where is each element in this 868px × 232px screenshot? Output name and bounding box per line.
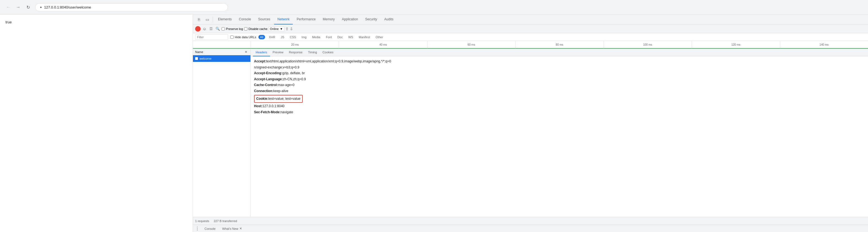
header-value-host: 127.0.0.1:8040 [262,103,285,109]
bottom-tabs: ⋮ Console What's New ✕ [193,225,868,232]
lock-icon: ● [40,5,42,9]
header-name-accept-encoding: Accept-Encoding: [254,70,282,76]
ruler-mark-2: 40 ms [339,41,427,48]
tab-network[interactable]: Network [274,14,293,25]
filter-font[interactable]: Font [324,35,334,39]
tab-security[interactable]: Security [362,14,380,25]
filter-manifest[interactable]: Manifest [357,35,372,39]
filter-css[interactable]: CSS [288,35,298,39]
close-details-button[interactable]: ✕ [244,50,248,54]
bottom-tab-whats-new[interactable]: What's New ✕ [219,225,244,232]
cookie-header-highlighted: Cookie: test=value; test=value [254,95,303,103]
header-value-accept-cont: n/signed-exchange;v=b3;q=0.9 [254,65,300,71]
close-whats-new-icon[interactable]: ✕ [240,227,242,230]
detail-tab-headers[interactable]: Headers [253,48,270,56]
import-export-buttons: ⇧ ⇩ [285,27,293,31]
header-line-accept-encoding: Accept-Encoding: gzip, deflate, br [254,70,865,76]
bottom-tab-console[interactable]: Console [202,225,218,232]
header-line-connection: Connection: keep-alive [254,88,865,94]
address-bar[interactable]: ● 127.0.0.1:8040/user/welcome [35,3,228,11]
header-line-cookie: Cookie: test=value; test=value [254,95,865,103]
clear-button[interactable]: ⎉ [202,26,207,32]
hide-data-urls-label: Hide data URLs [235,35,256,39]
details-panel: Headers Preview Response Timing Cookies [251,48,868,217]
filter-toggle-button[interactable]: ☲ [208,26,214,32]
filter-ws[interactable]: WS [346,35,355,39]
reload-button[interactable]: ↻ [24,3,32,11]
disable-cache-label: Disable cache [249,27,268,31]
page-content: true [0,14,193,232]
header-name-sec-fetch-mode: Sec-Fetch-Mode: [254,109,281,115]
ruler-mark-6: 120 ms [691,41,780,48]
filter-xhr[interactable]: XHR [267,35,277,39]
filter-all[interactable]: All [258,35,265,39]
requests-panel-header: Name ✕ [193,48,250,55]
ruler-mark-7: 140 ms [780,41,868,48]
tab-console[interactable]: Console [236,14,254,25]
header-name-accept: Accept: [254,59,266,65]
header-value-accept: text/html,application/xhtml+xml,applicat… [266,59,391,65]
header-name-connection: Connection: [254,88,273,94]
tab-audits[interactable]: Audits [381,14,397,25]
header-line-accept-cont: n/signed-exchange;v=b3;q=0.9 [254,65,865,71]
header-value-connection: keep-alive [273,88,288,94]
import-button[interactable]: ⇧ [285,27,289,31]
timeline-ruler: 20 ms 40 ms 60 ms 80 ms 100 ms 120 ms [193,41,868,48]
header-value-cache-control: max-age=0 [278,82,294,88]
detail-tab-preview[interactable]: Preview [270,48,286,56]
header-line-accept-language: Accept-Language: zh-CN,zh;q=0.9 [254,76,865,82]
tab-sources[interactable]: Sources [255,14,274,25]
ruler-mark-1: 20 ms [251,41,339,48]
request-name: welcome [199,57,211,60]
filter-media[interactable]: Media [310,35,322,39]
header-name-cookie: Cookie: [256,96,268,102]
detail-tab-timing[interactable]: Timing [305,48,320,56]
back-button[interactable]: ← [4,3,12,11]
header-name-cache-control: Cache-Control: [254,82,278,88]
detail-tab-response[interactable]: Response [286,48,306,56]
device-toolbar-button[interactable]: ▭ [204,16,211,23]
network-toolbar: ⎉ ☲ 🔍 Preserve log Disable cache Online … [193,25,868,33]
separator [213,17,213,22]
requests-count: 1 requests [195,219,209,223]
inspect-element-button[interactable]: ⎘ [195,16,203,23]
status-bar: 1 requests 227 B transferred [193,217,868,225]
tab-elements[interactable]: Elements [215,14,235,25]
hide-data-urls-container: Hide data URLs [230,35,256,39]
export-button[interactable]: ⇩ [290,27,293,31]
filter-bar: Hide data URLs All XHR JS CSS Img Media … [193,33,868,41]
filter-input[interactable] [195,34,228,40]
throttle-select[interactable]: Online ▼ [269,26,284,31]
request-area: Name ✕ welcome Headers Preview [193,48,868,217]
filter-other[interactable]: Other [374,35,385,39]
tab-memory[interactable]: Memory [319,14,338,25]
request-item-welcome[interactable]: welcome [193,55,250,62]
search-button[interactable]: 🔍 [215,26,220,32]
hide-data-urls-checkbox[interactable] [230,35,234,39]
ruler-mark-3: 60 ms [427,41,515,48]
filter-js[interactable]: JS [279,35,286,39]
page-text: true [5,20,11,24]
preserve-log-checkbox[interactable] [221,27,225,31]
disable-cache-checkbox[interactable] [244,27,247,31]
filter-doc[interactable]: Doc [336,35,345,39]
preserve-log-container: Preserve log [221,27,243,31]
tab-application[interactable]: Application [339,14,361,25]
header-value-cookie: test=value; test=value [268,96,301,102]
header-line-host: Host: 127.0.0.1:8040 [254,103,865,109]
devtools-topbar: ⎘ ▭ Elements Console Sources Network Per… [193,14,868,25]
tab-performance[interactable]: Performance [293,14,319,25]
ruler-marks: 20 ms 40 ms 60 ms 80 ms 100 ms 120 ms [251,41,868,48]
browser-chrome: ← → ↻ ● 127.0.0.1:8040/user/welcome [0,0,868,14]
detail-tab-cookies[interactable]: Cookies [320,48,336,56]
requests-panel: Name ✕ welcome [193,48,251,217]
forward-button[interactable]: → [14,3,22,11]
preserve-log-label: Preserve log [226,27,243,31]
record-button[interactable] [195,26,200,32]
filter-img[interactable]: Img [300,35,308,39]
header-line-cache-control: Cache-Control: max-age=0 [254,82,865,88]
main-content: true ⎘ ▭ Elements Console Sources Networ… [0,14,868,232]
throttle-label: Online [270,27,279,31]
bottom-dots-icon: ⋮ [195,226,199,231]
header-line-accept: Accept: text/html,application/xhtml+xml,… [254,59,865,65]
